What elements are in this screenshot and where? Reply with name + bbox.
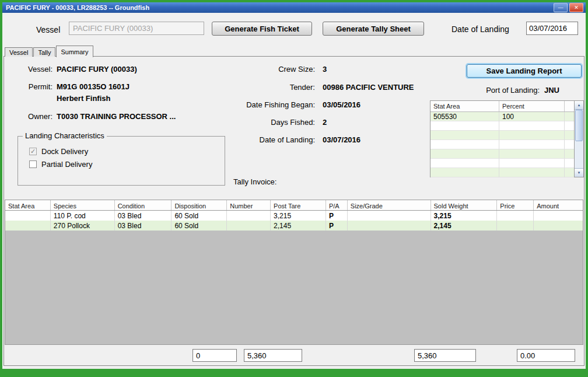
cell-size-grade[interactable] [348, 221, 431, 231]
date-of-landing-value: 03/07/2016 [323, 135, 360, 144]
tab-summary[interactable]: Summary [56, 46, 93, 57]
cell-stat-area[interactable] [5, 221, 51, 231]
partial-delivery-checkbox[interactable] [29, 160, 37, 168]
scroll-up-icon: ▲ [578, 103, 581, 107]
cell-amount[interactable] [534, 211, 583, 221]
generate-fish-ticket-button[interactable]: Generate Fish Ticket [212, 22, 312, 36]
date-of-landing-label: Date of Landing: [172, 135, 315, 144]
col-header-amount: Amount [534, 200, 583, 210]
stat-area-row[interactable]: 505530 100 [430, 112, 574, 121]
tender-label: Tender: [172, 83, 315, 92]
cell-number[interactable] [227, 211, 271, 221]
invoice-row[interactable]: 110 P. cod 03 Bled 60 Sold 3,215 P 3,215 [5, 211, 583, 221]
cell-pa[interactable]: P [326, 221, 348, 231]
permit-holder: Herbert Finfish [57, 94, 110, 103]
window-title: PACIFIC FURY - 00033, LR288253 -- Ground… [6, 4, 552, 11]
col-header-sold-weight: Sold Weight [431, 200, 498, 210]
scrollbar-thumb[interactable] [575, 110, 583, 141]
close-button[interactable]: ✕ [569, 3, 583, 12]
partial-delivery-label: Partial Delivery [41, 160, 92, 169]
check-icon: ✓ [30, 148, 36, 155]
post-tare-total-box: 5,360 [244, 349, 302, 362]
scroll-up-button[interactable]: ▲ [575, 101, 583, 110]
col-header-post-tare: Post Tare [271, 200, 326, 210]
days-fished-label: Days Fished: [172, 118, 315, 127]
stat-area-table: Stat Area Percent 505530 100 [430, 100, 575, 177]
cell-post-tare[interactable]: 2,145 [271, 221, 326, 231]
cell-sold-weight[interactable]: 2,145 [431, 221, 498, 231]
minimize-button[interactable]: — [554, 3, 568, 12]
port-of-landing-value: JNU [544, 86, 559, 95]
app-window: PACIFIC FURY - 00033, LR288253 -- Ground… [0, 0, 588, 377]
minimize-icon: — [558, 5, 564, 11]
owner-label: Owner: [12, 112, 52, 121]
cell-sold-weight[interactable]: 3,215 [431, 211, 498, 221]
cell-condition[interactable]: 03 Bled [115, 211, 172, 221]
date-fishing-began-label: Date Fishing Began: [172, 100, 315, 109]
cell-post-tare[interactable]: 3,215 [271, 211, 326, 221]
spare-column-header [565, 101, 574, 111]
number-total-box: 0 [192, 349, 237, 362]
generate-tally-sheet-button[interactable]: Generate Tally Sheet [323, 22, 424, 36]
cell-disposition[interactable]: 60 Sold [172, 221, 227, 231]
col-header-condition: Condition [115, 200, 172, 210]
cell-price[interactable] [497, 211, 534, 221]
owner-value: T0030 TRAINING PROCESSOR ... [57, 112, 176, 121]
col-header-pa: P/A [326, 200, 348, 210]
window-content: PACIFIC FURY - 00033, LR288253 -- Ground… [2, 2, 586, 369]
close-icon: ✕ [574, 5, 579, 11]
vessel-input[interactable] [69, 22, 204, 35]
dock-delivery-checkbox[interactable]: ✓ [29, 148, 37, 155]
cell-size-grade[interactable] [348, 211, 431, 221]
vessel-toolbar-label: Vessel [36, 25, 60, 34]
stat-area-column-header: Stat Area [430, 101, 499, 111]
tally-invoice-label: Tally Invoice: [233, 177, 276, 186]
col-header-number: Number [227, 200, 271, 210]
stat-area-row-empty[interactable] [430, 149, 574, 159]
col-header-species: Species [51, 200, 115, 210]
cell-amount[interactable] [534, 221, 583, 231]
dock-delivery-label: Dock Delivery [41, 147, 88, 156]
amount-total-box: 0.00 [517, 349, 575, 362]
cell-species[interactable]: 110 P. cod [51, 211, 115, 221]
cell-price[interactable] [497, 221, 534, 231]
permit-value: M91G 00135O 1601J [57, 82, 130, 91]
port-of-landing-label: Port of Landing: [411, 86, 540, 95]
cell-stat-area[interactable] [5, 211, 51, 221]
cell-number[interactable] [227, 221, 271, 231]
stat-area-row-empty[interactable] [430, 121, 574, 131]
invoice-grid-header: Stat Area Species Condition Disposition … [5, 200, 583, 211]
vessel-label: Vessel: [12, 65, 52, 74]
tender-value: 00986 PACIFIC VENTURE [323, 83, 414, 92]
cell-disposition[interactable]: 60 Sold [172, 211, 227, 221]
date-of-landing-toolbar-value[interactable]: 03/07/2016 [526, 22, 578, 35]
scroll-down-button[interactable]: ▼ [575, 168, 583, 177]
crew-size-label: Crew Size: [172, 65, 315, 74]
days-fished-value: 2 [323, 118, 327, 127]
invoice-grid-empty-area [5, 231, 583, 345]
vessel-value: PACIFIC FURY (00033) [57, 65, 137, 74]
stat-area-scrollbar[interactable]: ▲ ▼ [575, 100, 584, 177]
col-header-stat-area: Stat Area [5, 200, 51, 210]
percent-column-header: Percent [499, 101, 565, 111]
cell-species[interactable]: 270 Pollock [51, 221, 115, 231]
sold-weight-total-box: 5,360 [414, 349, 476, 362]
cell-condition[interactable]: 03 Bled [115, 221, 172, 231]
percent-cell[interactable]: 100 [499, 112, 565, 121]
stat-area-row-empty[interactable] [430, 159, 574, 168]
stat-area-row-empty[interactable] [430, 140, 574, 149]
tab-tally[interactable]: Tally [33, 47, 55, 57]
landing-characteristics-title: Landing Characteristics [23, 131, 107, 140]
titlebar: PACIFIC FURY - 00033, LR288253 -- Ground… [2, 2, 586, 13]
save-landing-report-button[interactable]: Save Landing Report [467, 64, 582, 78]
stat-area-row-empty[interactable] [430, 168, 574, 177]
tab-vessel[interactable]: Vessel [5, 47, 33, 57]
date-of-landing-toolbar-label: Date of Landing [452, 25, 509, 34]
col-header-disposition: Disposition [172, 200, 227, 210]
scroll-down-icon: ▼ [578, 171, 581, 174]
cell-pa[interactable]: P [326, 211, 348, 221]
stat-area-row-empty[interactable] [430, 131, 574, 140]
stat-area-cell[interactable]: 505530 [430, 112, 499, 121]
invoice-row[interactable]: 270 Pollock 03 Bled 60 Sold 2,145 P 2,14… [5, 221, 583, 231]
spare-cell [565, 112, 574, 121]
